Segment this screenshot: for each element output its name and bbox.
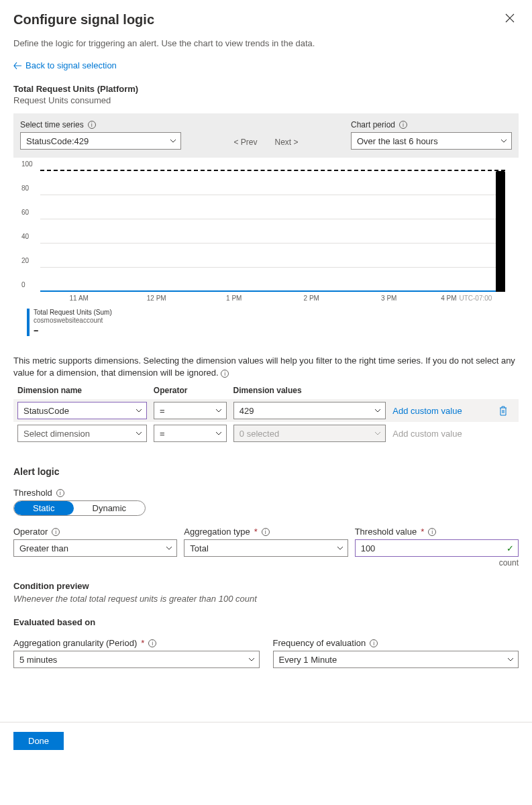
info-icon[interactable]: i: [221, 370, 229, 378]
chevron-down-icon: [215, 430, 222, 437]
timeseries-label: Select time series: [20, 120, 84, 129]
chevron-down-icon: [166, 545, 172, 551]
info-icon[interactable]: i: [370, 639, 378, 647]
chart-area: 0 20 40 60 80 100 11 AM 12 PM 1 PM 2 PM …: [13, 158, 519, 341]
threshold-dynamic[interactable]: Dynamic: [74, 501, 146, 515]
frequency-select[interactable]: Every 1 Minute: [273, 651, 519, 668]
operator-select[interactable]: Greater than: [13, 539, 177, 557]
threshold-static[interactable]: Static: [14, 501, 74, 515]
chevron-down-icon: [170, 138, 176, 144]
info-icon[interactable]: i: [399, 121, 407, 129]
check-icon: ✓: [507, 543, 514, 553]
chart-controls-bar: Select time series i StatusCode:429 < Pr…: [13, 113, 519, 158]
dimension-name-select[interactable]: StatusCode: [17, 402, 147, 419]
condition-preview-text: Whenever the total total request units i…: [13, 594, 519, 604]
info-icon[interactable]: i: [56, 489, 64, 497]
dimensions-note: This metric supports dimensions. Selecti…: [13, 356, 515, 378]
delete-icon[interactable]: [498, 405, 515, 416]
add-custom-value-link[interactable]: Add custom value: [392, 406, 492, 416]
alert-logic-heading: Alert logic: [13, 466, 519, 477]
chevron-down-icon: [374, 430, 381, 437]
dimension-name-select[interactable]: Select dimension: [17, 425, 147, 442]
unit-label: count: [355, 558, 519, 568]
info-icon[interactable]: i: [428, 528, 436, 536]
info-icon[interactable]: i: [262, 528, 270, 536]
chevron-down-icon: [248, 656, 255, 663]
condition-preview-heading: Condition preview: [13, 581, 519, 591]
chevron-down-icon: [507, 656, 514, 663]
done-button[interactable]: Done: [13, 732, 64, 750]
threshold-value-input[interactable]: 100✓: [355, 539, 519, 557]
info-icon[interactable]: i: [52, 528, 60, 536]
data-line: [40, 290, 505, 292]
chart-period-select[interactable]: Over the last 6 hours: [351, 132, 512, 150]
close-icon[interactable]: [501, 12, 519, 24]
dimension-value-select[interactable]: 0 selected: [233, 425, 386, 442]
threshold-label: Threshold: [13, 488, 52, 498]
signal-name: Total Request Units (Platform): [13, 84, 519, 94]
info-icon[interactable]: i: [88, 121, 96, 129]
threshold-toggle[interactable]: Static Dynamic: [13, 500, 146, 516]
prev-button[interactable]: < Prev: [229, 138, 261, 147]
aggregation-period-select[interactable]: 5 minutes: [13, 651, 260, 668]
aggregation-select[interactable]: Total: [184, 539, 348, 557]
page-title: Configure signal logic: [13, 12, 154, 28]
evaluated-heading: Evaluated based on: [13, 617, 519, 627]
chevron-down-icon: [136, 407, 142, 414]
next-button[interactable]: Next >: [271, 138, 303, 147]
back-link[interactable]: Back to signal selection: [13, 60, 117, 70]
chevron-down-icon: [500, 138, 507, 144]
signal-desc: Request Units consumed: [13, 95, 519, 105]
chevron-down-icon: [136, 430, 142, 437]
dimension-row: StatusCode = 429 Add custom value: [13, 399, 519, 422]
dimension-op-select[interactable]: =: [154, 425, 227, 442]
chevron-down-icon: [337, 545, 343, 551]
dimension-row: Select dimension = 0 selected Add custom…: [13, 422, 519, 445]
timeseries-select[interactable]: StatusCode:429: [20, 132, 181, 150]
subtitle: Define the logic for triggering an alert…: [13, 38, 519, 48]
chart-period-label: Chart period: [351, 120, 395, 129]
dimension-value-select[interactable]: 429: [233, 402, 386, 419]
chevron-down-icon: [374, 407, 381, 414]
dimensions-table: Dimension name Operator Dimension values…: [13, 386, 519, 445]
data-peak: [496, 171, 505, 292]
chevron-down-icon: [215, 407, 222, 414]
threshold-line: [40, 170, 505, 171]
footer-bar: Done: [0, 722, 532, 759]
chart-legend: Total Request Units (Sum) cosmoswebsitea…: [27, 309, 512, 336]
back-link-label: Back to signal selection: [25, 60, 117, 70]
info-icon[interactable]: i: [148, 639, 156, 647]
dimension-op-select[interactable]: =: [154, 402, 227, 419]
add-custom-value-link: Add custom value: [392, 429, 492, 439]
